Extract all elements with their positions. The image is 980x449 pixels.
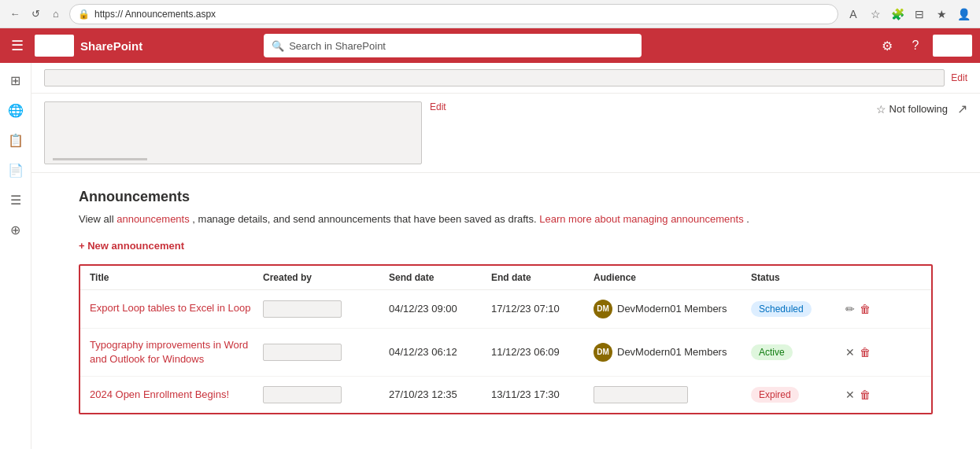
row1-delete-icon[interactable]: 🗑 [860, 303, 871, 315]
search-icon: 🔍 [272, 40, 284, 52]
row1-audience: DM DevModern01 Members [594, 300, 751, 318]
col-header-title: Title [90, 272, 263, 283]
row3-audience [594, 386, 751, 403]
announcements-page: Announcements View all announcements , m… [31, 173, 980, 430]
nav-icon-list[interactable]: ☰ [6, 190, 25, 209]
site-logo-placeholder [44, 101, 422, 164]
not-following-star-icon: ☆ [876, 103, 886, 116]
main-layout: ⊞ 🌐 📋 📄 ☰ ⊕ Edit Edit ☆ [0, 63, 980, 449]
sp-logo-area: SharePoint [35, 35, 142, 57]
browser-chrome: ← ↺ ⌂ 🔒 https:// Announcements.aspx A ☆ … [0, 0, 980, 28]
row2-created-placeholder [263, 344, 342, 361]
row2-title[interactable]: Typography improvements in Word and Outl… [90, 338, 263, 366]
col-header-send: Send date [389, 272, 491, 283]
desc-link-learn-more[interactable]: Learn more about managing announcements [539, 213, 743, 225]
settings-icon[interactable]: ⚙ [876, 35, 898, 57]
col-header-end: End date [491, 272, 594, 283]
not-following-button[interactable]: ☆ Not following [876, 103, 948, 116]
share-icon[interactable]: ↗ [957, 101, 967, 116]
lock-icon: 🔒 [78, 9, 90, 20]
row3-actions: ✕ 🗑 [845, 388, 893, 401]
site-logo-edit-link[interactable]: Edit [430, 101, 446, 112]
row1-status-badge: Scheduled [751, 301, 812, 317]
new-announcement-button[interactable]: + New announcement [79, 240, 184, 252]
profile-button[interactable]: 👤 [955, 6, 972, 23]
row3-send-date: 27/10/23 12:35 [389, 388, 491, 400]
banner-bar: Edit [44, 69, 967, 86]
search-placeholder: Search in SharePoint [289, 40, 386, 52]
hamburger-menu[interactable]: ☰ [8, 34, 27, 57]
home-button[interactable]: ⌂ [49, 7, 63, 21]
table-row: 2024 Open Enrollment Begins! 27/10/23 12… [80, 377, 931, 413]
col-header-actions [845, 272, 893, 283]
desc-link-announcements[interactable]: announcements [116, 213, 190, 225]
row1-actions: ✏ 🗑 [845, 303, 893, 315]
table-header: Title Created by Send date End date Audi… [80, 266, 931, 290]
desc-end: . [746, 213, 749, 225]
row3-status-badge: Expired [751, 387, 799, 403]
site-logo-underline [53, 158, 147, 160]
split-button[interactable]: ⊟ [911, 6, 928, 23]
row2-actions: ✕ 🗑 [845, 346, 893, 359]
page-content: Edit Edit ☆ Not following ↗ Announcement… [31, 63, 980, 449]
desc-pre: View all [79, 213, 116, 225]
row3-audience-placeholder [594, 386, 688, 403]
desc-mid1: , manage details, and send announcements… [192, 213, 539, 225]
col-header-created: Created by [263, 272, 389, 283]
row1-audience-avatar: DM [594, 300, 612, 318]
nav-icon-clipboard[interactable]: 📋 [6, 131, 25, 149]
browser-right-icons: A ☆ 🧩 ⊟ ★ 👤 [845, 6, 972, 23]
user-avatar-box[interactable] [933, 35, 972, 57]
site-header-area: Edit ☆ Not following ↗ [31, 94, 980, 173]
left-nav: ⊞ 🌐 📋 📄 ☰ ⊕ [0, 63, 31, 449]
row3-end-date: 13/11/23 17:30 [491, 388, 594, 400]
not-following-label: Not following [889, 103, 948, 115]
table-row: Typography improvements in Word and Outl… [80, 329, 931, 377]
sharepoint-header: ☰ SharePoint 🔍 Search in SharePoint ⚙ ? [0, 28, 980, 63]
col-header-audience: Audience [594, 272, 751, 283]
announcements-table: Title Created by Send date End date Audi… [79, 264, 933, 414]
back-button[interactable]: ← [8, 7, 22, 21]
row2-audience-avatar: DM [594, 343, 612, 362]
extension-button[interactable]: 🧩 [889, 6, 906, 23]
url-text: https:// Announcements.aspx [94, 9, 216, 20]
favorites-button[interactable]: ★ [933, 6, 950, 23]
row2-audience: DM DevModern01 Members [594, 343, 751, 362]
page-title: Announcements [79, 189, 933, 205]
row1-title[interactable]: Export Loop tables to Excel in Loop [90, 301, 263, 315]
row2-audience-name: DevModern01 Members [617, 346, 727, 358]
row3-created-placeholder [263, 386, 342, 403]
row1-edit-icon[interactable]: ✏ [845, 303, 855, 315]
row2-delete-icon[interactable]: 🗑 [860, 346, 871, 359]
row3-close-icon[interactable]: ✕ [845, 388, 855, 401]
row2-status-badge: Active [751, 344, 793, 360]
row1-audience-name: DevModern01 Members [617, 303, 727, 315]
row2-end-date: 11/12/23 06:09 [491, 346, 594, 358]
nav-icon-grid[interactable]: ⊞ [6, 71, 25, 90]
site-header-right: ☆ Not following ↗ [876, 101, 967, 116]
zoom-button[interactable]: A [845, 6, 862, 23]
sp-logo-box [35, 35, 74, 57]
col-header-status: Status [751, 272, 845, 283]
row1-end-date: 17/12/23 07:10 [491, 303, 594, 315]
banner-placeholder [44, 69, 945, 86]
refresh-button[interactable]: ↺ [28, 7, 43, 21]
table-row: Export Loop tables to Excel in Loop 04/1… [80, 290, 931, 329]
nav-icon-add[interactable]: ⊕ [6, 220, 25, 239]
nav-icon-globe[interactable]: 🌐 [6, 101, 25, 120]
sp-brand: SharePoint [80, 39, 142, 53]
sp-header-right: ⚙ ? [876, 35, 972, 57]
page-description: View all announcements , manage details,… [79, 212, 933, 227]
row3-title[interactable]: 2024 Open Enrollment Begins! [90, 388, 263, 402]
star-button[interactable]: ☆ [867, 6, 884, 23]
row2-send-date: 04/12/23 06:12 [389, 346, 491, 358]
row1-send-date: 04/12/23 09:00 [389, 303, 491, 315]
sp-search[interactable]: 🔍 Search in SharePoint [264, 34, 642, 57]
row3-delete-icon[interactable]: 🗑 [860, 388, 871, 401]
row1-created-placeholder [263, 300, 342, 318]
help-icon[interactable]: ? [904, 35, 926, 57]
banner-edit-link[interactable]: Edit [951, 72, 967, 83]
row2-close-icon[interactable]: ✕ [845, 346, 855, 359]
nav-icon-page[interactable]: 📄 [6, 160, 25, 179]
address-bar[interactable]: 🔒 https:// Announcements.aspx [69, 4, 838, 24]
